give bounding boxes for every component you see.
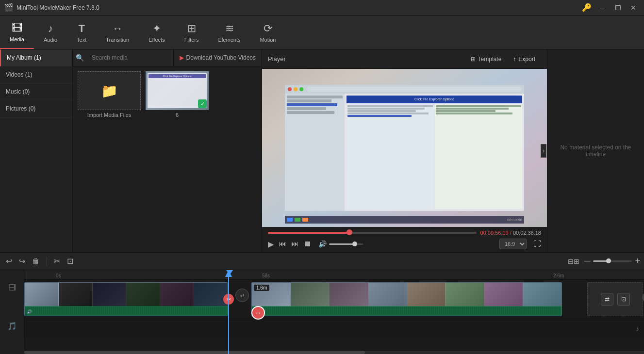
timeline-ruler: 0s 58s 2.6m <box>24 270 644 280</box>
media-panel: 🔍 ▶ Download YouTube Videos 📁 Import Med… <box>73 49 262 252</box>
clip1-volume-icon: 🔊 <box>27 309 32 314</box>
sidebar-item-music[interactable]: Music (0) <box>0 83 72 100</box>
zoom-out-button[interactable]: ─ <box>584 256 591 266</box>
time-display: 00:00:56.19 / 00:02:36.18 <box>480 230 541 236</box>
skip-forward-button[interactable]: ⏭ <box>291 240 299 248</box>
toolbar-media-label: Media <box>10 36 24 42</box>
scrollbar-track[interactable] <box>24 351 644 354</box>
timeline-scrollbar[interactable] <box>24 350 644 354</box>
toolbar-text-label: Text <box>77 37 86 43</box>
download-youtube-button[interactable]: ▶ Download YouTube Videos <box>173 49 262 66</box>
volume-thumb[interactable] <box>352 241 357 246</box>
filters-icon: ⊞ <box>187 22 196 35</box>
motion-icon: ⟳ <box>264 22 272 35</box>
audio-icon: ♪ <box>48 22 53 35</box>
timeline-toolbar: ↩ ↪ 🗑 ✂ ⊡ ⊟⊞ ─ + <box>0 253 644 270</box>
progress-bar[interactable] <box>268 232 477 234</box>
undo-button[interactable]: ↩ <box>4 255 14 268</box>
close-button[interactable]: ✕ <box>627 3 640 13</box>
toolbar-effects-label: Effects <box>149 37 165 43</box>
export-icon: ↑ <box>513 56 516 63</box>
timeline-playhead[interactable] <box>228 270 229 354</box>
toolbar-motion-label: Motion <box>260 37 276 43</box>
toolbar-elements-label: Elements <box>218 37 241 43</box>
sidebar-item-videos[interactable]: Videos (1) <box>0 66 72 83</box>
audio-track: ♪ <box>24 319 644 348</box>
zoom-slider[interactable] <box>593 260 632 262</box>
volume-slider[interactable] <box>329 243 363 245</box>
fullscreen-button[interactable]: ⛶ <box>533 240 541 248</box>
move-cursor-icon[interactable]: ↔ <box>251 306 265 320</box>
panel-collapse-button[interactable]: › <box>541 144 546 158</box>
folder-icon: 📁 <box>101 83 118 99</box>
video-clip-2[interactable]: 1.6m 🔊 <box>251 282 562 316</box>
media-clip-thumb[interactable]: Click File Explorer Options ✓ <box>146 71 209 110</box>
sidebar-item-pictures[interactable]: Pictures (0) <box>0 100 72 117</box>
template-button[interactable]: ⊞ Template <box>465 53 508 65</box>
control-buttons: ▶ ⏮ ⏭ ⏹ 🔊 16:9 4:3 1:1 9:16 ⛶ <box>268 239 541 249</box>
aspect-ratio-select[interactable]: 16:9 4:3 1:1 9:16 <box>499 239 527 249</box>
toolbar-audio[interactable]: ♪ Audio <box>34 16 67 49</box>
template-label: Template <box>478 56 502 63</box>
swap-clip-button[interactable]: ⇄ <box>601 293 613 306</box>
timeline-area: ↩ ↪ 🗑 ✂ ⊡ ⊟⊞ ─ + 🎞 🎵 <box>0 252 644 354</box>
toolbar-effects[interactable]: ✦ Effects <box>139 16 174 49</box>
volume-container: 🔊 <box>318 240 363 248</box>
crop-button[interactable]: ⊡ <box>65 255 75 268</box>
effects-icon: ✦ <box>152 22 161 35</box>
music-track: ♪ <box>24 319 644 338</box>
player-video: Click File Explorer Options <box>262 69 547 227</box>
skip-back-button[interactable]: ⏮ <box>279 240 286 248</box>
import-media-thumb[interactable]: 📁 <box>78 71 141 110</box>
no-material-text: No material selected on the timeline <box>547 134 644 167</box>
media-content: 📁 Import Media Files Click File Explorer… <box>73 66 262 252</box>
play-button[interactable]: ▶ <box>268 240 274 249</box>
toolbar-transition[interactable]: ↔ Transition <box>96 16 139 49</box>
video-track-icon: 🎞 <box>8 284 16 292</box>
restore-button[interactable]: ⧠ <box>611 3 625 13</box>
stop-button[interactable]: ⏹ <box>304 240 312 248</box>
search-input[interactable] <box>87 54 173 61</box>
transition-icon-tl[interactable]: ⇄ <box>235 289 249 302</box>
media-clip-number: 6 <box>176 112 179 118</box>
toolbar-transition-label: Transition <box>106 37 129 43</box>
ruler-mark-26m: 2.6m <box>553 273 564 278</box>
zoom-thumb[interactable] <box>606 258 611 263</box>
toolbar-motion[interactable]: ⟳ Motion <box>250 16 285 49</box>
current-time: 00:00:56.19 <box>480 230 509 236</box>
toolbar-elements[interactable]: ≋ Elements <box>209 16 250 49</box>
playhead-triangle <box>226 270 233 275</box>
video-preview: Click File Explorer Options <box>262 69 547 227</box>
player-controls: 00:00:56.19 / 00:02:36.18 ▶ ⏮ ⏭ ⏹ 🔊 <box>262 227 547 252</box>
music-note-icon: ♪ <box>636 325 639 333</box>
sidebar-item-my-album[interactable]: My Album (1) <box>0 49 72 66</box>
split-button[interactable]: ⊟⊞ <box>566 256 581 267</box>
elements-icon: ≋ <box>225 22 234 35</box>
clip-end-area: ⇄ ⊡ <box>587 282 643 316</box>
minimize-button[interactable]: ─ <box>595 3 609 13</box>
volume-button[interactable]: 🔊 <box>318 240 327 248</box>
delete-button[interactable]: 🗑 <box>30 255 42 268</box>
progress-bar-container: 00:00:56.19 / 00:02:36.18 <box>268 230 541 236</box>
video-track: 🔊 ⇄ ✂ ↔ 1.6m <box>24 280 644 319</box>
replace-clip-button[interactable]: ⊡ <box>617 293 630 306</box>
zoom-in-button[interactable]: + <box>635 256 640 266</box>
player-title: Player <box>268 55 465 63</box>
video-clip-1[interactable]: 🔊 <box>24 282 228 316</box>
timeline-left-panel: 🎞 🎵 <box>0 270 24 354</box>
export-button[interactable]: ↑ Export <box>507 53 541 65</box>
progress-thumb[interactable] <box>347 229 352 235</box>
cut-button[interactable]: ✂ <box>52 255 62 268</box>
ruler-mark-0s: 0s <box>56 273 61 278</box>
toolbar-text[interactable]: T Text <box>67 16 96 49</box>
scrollbar-thumb[interactable] <box>24 351 365 354</box>
ruler-mark-58s: 58s <box>262 273 270 278</box>
toolbar-filters[interactable]: ⊞ Filters <box>175 16 209 49</box>
toolbar-media[interactable]: 🎞 Media <box>0 16 34 49</box>
app-icon: 🎬 <box>4 3 14 12</box>
redo-button[interactable]: ↪ <box>17 255 27 268</box>
toolbar-divider <box>47 257 47 266</box>
player-header: Player ⊞ Template ↑ Export <box>262 49 547 69</box>
main-area: My Album (1) Videos (1) Music (0) Pictur… <box>0 49 644 252</box>
export-label: Export <box>518 56 535 63</box>
